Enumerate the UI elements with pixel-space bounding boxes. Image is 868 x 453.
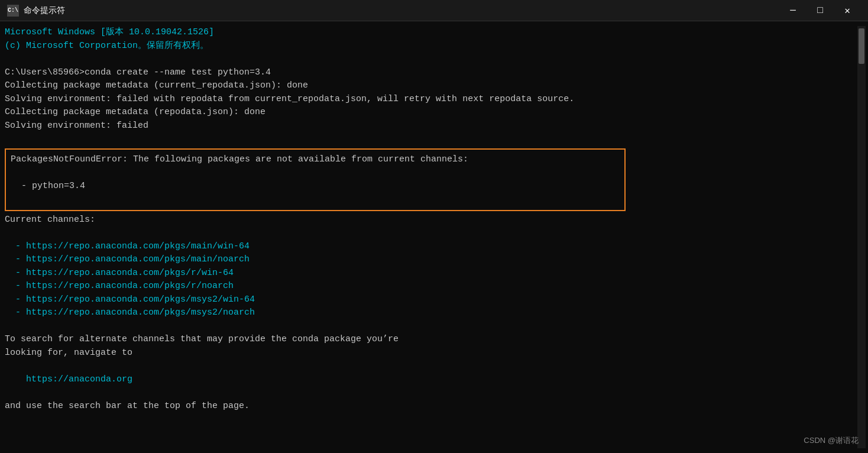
collecting1-line: Collecting package metadata (current_rep… bbox=[5, 79, 857, 93]
scrollbar-thumb[interactable] bbox=[859, 28, 864, 64]
blank-line-6 bbox=[5, 386, 857, 400]
use-search-line: and use the search bar at the top of the… bbox=[5, 400, 857, 413]
blank-line-5 bbox=[5, 360, 857, 373]
blank-line-3 bbox=[5, 226, 857, 240]
minimize-button[interactable]: ─ bbox=[779, 0, 807, 21]
blank-line-2 bbox=[5, 132, 857, 146]
search-msg2-line: looking for, navigate to bbox=[5, 347, 857, 360]
solving1-line: Solving environment: failed with repodat… bbox=[5, 93, 857, 106]
error-line2 bbox=[11, 166, 620, 180]
app-icon: C:\ bbox=[7, 5, 19, 17]
error-line3: - python=3.4 bbox=[11, 180, 620, 193]
error-box: PackagesNotFoundError: The following pac… bbox=[5, 148, 626, 211]
terminal-body: Microsoft Windows [版本 10.0.19042.1526] (… bbox=[0, 21, 868, 453]
collecting2-line: Collecting package metadata (repodata.js… bbox=[5, 106, 857, 119]
window: C:\ 命令提示符 ─ □ ✕ Microsoft Windows [版本 10… bbox=[0, 0, 868, 453]
anaconda-url-line: https://anaconda.org bbox=[5, 373, 857, 387]
win-version-line: Microsoft Windows [版本 10.0.19042.1526] bbox=[5, 26, 857, 40]
current-channels-line: Current channels: bbox=[5, 213, 857, 227]
search-msg1-line: To search for alternate channels that ma… bbox=[5, 333, 857, 347]
error-line4 bbox=[11, 193, 620, 206]
maximize-button[interactable]: □ bbox=[807, 0, 834, 21]
watermark: CSDN @谢语花 bbox=[804, 435, 857, 446]
solving2-line: Solving environment: failed bbox=[5, 119, 857, 133]
url-line-5: - https://repo.anaconda.com/pkgs/msys2/w… bbox=[5, 293, 857, 307]
blank-line-1 bbox=[5, 53, 857, 66]
url-line-1: - https://repo.anaconda.com/pkgs/main/wi… bbox=[5, 240, 857, 254]
copyright-line: (c) Microsoft Corporation。保留所有权利。 bbox=[5, 40, 857, 53]
terminal-content: Microsoft Windows [版本 10.0.19042.1526] (… bbox=[5, 26, 857, 448]
url-line-4: - https://repo.anaconda.com/pkgs/r/noarc… bbox=[5, 280, 857, 293]
window-controls: ─ □ ✕ bbox=[779, 0, 861, 21]
url-line-6: - https://repo.anaconda.com/pkgs/msys2/n… bbox=[5, 306, 857, 320]
command-line: C:\Users\85966>conda create --name test … bbox=[5, 66, 857, 80]
close-button[interactable]: ✕ bbox=[834, 0, 861, 21]
url-line-3: - https://repo.anaconda.com/pkgs/r/win-6… bbox=[5, 267, 857, 280]
url-line-2: - https://repo.anaconda.com/pkgs/main/no… bbox=[5, 253, 857, 267]
window-title: 命令提示符 bbox=[24, 5, 779, 16]
blank-line-4 bbox=[5, 320, 857, 334]
error-line1: PackagesNotFoundError: The following pac… bbox=[11, 153, 620, 167]
title-bar: C:\ 命令提示符 ─ □ ✕ bbox=[0, 0, 868, 21]
scrollbar[interactable] bbox=[857, 26, 866, 448]
